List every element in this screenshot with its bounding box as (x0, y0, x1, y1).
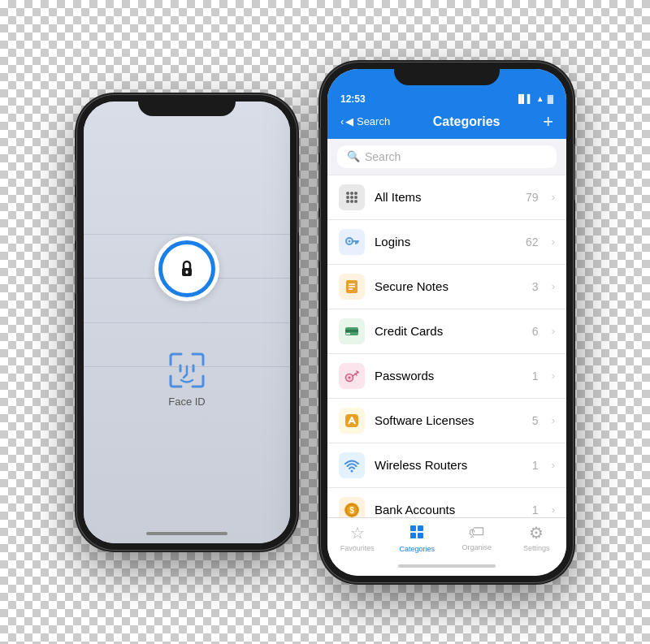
organise-icon: 🏷 (469, 523, 485, 542)
category-count: 1 (532, 504, 539, 516)
right-volume-up-button (318, 164, 321, 209)
list-item[interactable]: Secure Notes 3 › (327, 265, 566, 309)
svg-point-7 (346, 196, 349, 199)
category-count: 6 (532, 325, 539, 338)
svg-rect-20 (345, 330, 358, 332)
left-screen-bg: Face ID (84, 102, 290, 543)
svg-point-26 (351, 469, 353, 472)
home-indicator-right (327, 560, 566, 576)
left-phone: Face ID (77, 95, 297, 550)
chevron-right-icon: › (552, 280, 555, 292)
category-name: Logins (375, 235, 516, 249)
note-icon (344, 279, 360, 295)
categories-tab-icon (409, 523, 425, 539)
category-count: 3 (532, 280, 539, 293)
software-license-icon (344, 413, 360, 429)
back-button[interactable]: ‹ ◀ Search (340, 115, 390, 128)
nav-title: Categories (433, 115, 500, 129)
wifi-status-icon: ▲ (536, 94, 544, 103)
back-chevron-icon: ‹ (340, 115, 344, 128)
right-screen: 12:53 ▐▌▌ ▲ ▓ ‹ ◀ Search Categories + (327, 69, 566, 576)
all-items-icon (339, 184, 365, 210)
logo-inner (169, 251, 205, 287)
grid-icon (344, 189, 360, 205)
right-notch (394, 63, 500, 85)
category-name: Software Licenses (375, 413, 522, 427)
category-name: All Items (375, 190, 516, 204)
status-time: 12:53 (340, 93, 366, 105)
tab-favourites[interactable]: ☆ Favourites (327, 523, 388, 553)
list-item[interactable]: All Items 79 › (327, 175, 566, 220)
tab-organise[interactable]: 🏷 Organise (447, 523, 507, 553)
credit-cards-icon (339, 318, 365, 344)
tab-categories-label: Categories (399, 545, 435, 553)
secure-notes-icon (339, 274, 365, 300)
navigation-bar: ‹ ◀ Search Categories + (327, 108, 566, 139)
left-notch (138, 95, 236, 116)
chevron-right-icon: › (552, 236, 555, 248)
chevron-right-icon: › (552, 504, 555, 516)
phones-container: Face ID 12:53 ▐▌▌ ▲ ▓ (77, 63, 573, 582)
search-input[interactable]: 🔍 Search (337, 145, 557, 168)
list-item[interactable]: Credit Cards 6 › (327, 309, 566, 354)
tab-settings[interactable]: ⚙ Settings (507, 523, 567, 553)
list-item[interactable]: Software Licenses 5 › (327, 399, 566, 443)
right-phone: 12:53 ▐▌▌ ▲ ▓ ‹ ◀ Search Categories + (321, 63, 573, 582)
svg-point-14 (349, 240, 351, 242)
list-item[interactable]: Passwords 1 › (327, 354, 566, 399)
category-count: 1 (532, 370, 539, 383)
wireless-icon (339, 452, 365, 478)
category-count: 1 (532, 459, 539, 472)
list-item[interactable]: Logins 62 › (327, 220, 566, 265)
svg-point-8 (350, 196, 353, 199)
svg-point-11 (350, 200, 353, 203)
chevron-right-icon: › (552, 459, 555, 471)
mute-button (75, 160, 77, 186)
add-button[interactable]: + (543, 113, 553, 131)
signal-bars-icon: ▐▌▌ (516, 94, 533, 103)
category-name: Secure Notes (375, 279, 522, 293)
categories-list: All Items 79 › (327, 175, 566, 517)
svg-text:$: $ (349, 506, 354, 515)
svg-rect-32 (410, 533, 416, 538)
list-item[interactable]: $ Bank Accounts 1 › (327, 488, 566, 517)
app-screen: 12:53 ▐▌▌ ▲ ▓ ‹ ◀ Search Categories + (327, 69, 566, 576)
card-icon (344, 323, 360, 339)
chevron-right-icon: › (552, 370, 555, 382)
bank-icon: $ (339, 497, 365, 517)
tab-bar: ☆ Favourites Categories (327, 517, 566, 560)
favourites-icon: ☆ (350, 523, 365, 542)
chevron-right-icon: › (552, 191, 555, 203)
horizontal-lines (84, 102, 290, 543)
home-indicator-bar (398, 564, 496, 568)
software-icon (339, 408, 365, 434)
svg-rect-21 (346, 333, 350, 335)
chevron-right-icon: › (552, 414, 555, 426)
svg-rect-33 (418, 533, 423, 538)
tab-categories[interactable]: Categories (388, 523, 448, 553)
category-name: Wireless Routers (375, 458, 522, 472)
passwords-icon (339, 363, 365, 389)
svg-rect-30 (410, 525, 416, 531)
category-name: Credit Cards (375, 324, 522, 338)
category-count: 79 (526, 191, 539, 204)
search-icon: 🔍 (347, 150, 360, 162)
category-count: 62 (526, 236, 539, 249)
tab-settings-label: Settings (523, 544, 550, 552)
battery-status-icon: ▓ (548, 94, 553, 103)
right-volume-down-button (318, 217, 321, 261)
key-icon (344, 234, 360, 250)
bank-account-icon: $ (344, 502, 360, 517)
svg-rect-31 (418, 525, 423, 531)
right-power-button (573, 144, 575, 201)
category-count: 5 (532, 414, 539, 427)
back-label: ◀ Search (345, 115, 390, 128)
chevron-right-icon: › (552, 325, 555, 337)
svg-point-9 (354, 196, 358, 199)
tab-favourites-label: Favourites (340, 544, 375, 552)
status-icons: ▐▌▌ ▲ ▓ (516, 94, 553, 103)
list-item[interactable]: Wireless Routers 1 › (327, 443, 566, 488)
svg-point-4 (346, 192, 349, 195)
svg-point-5 (350, 192, 353, 195)
settings-icon: ⚙ (529, 523, 544, 542)
